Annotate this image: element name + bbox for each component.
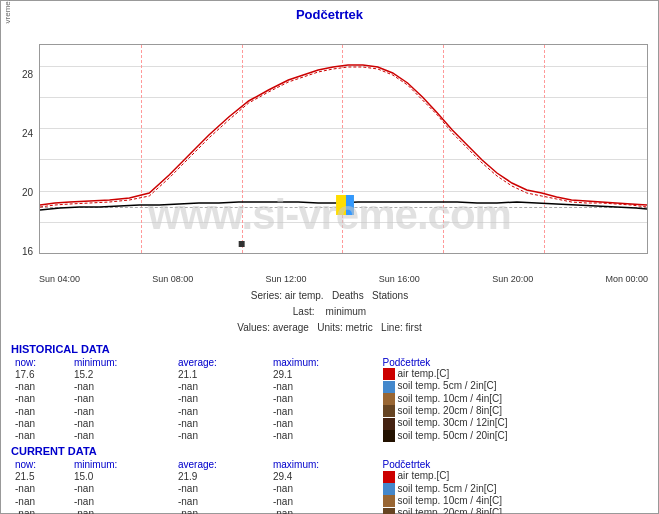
legend-line3: Values: average Units: metric Line: firs… — [1, 320, 658, 336]
row-max: -nan — [269, 495, 379, 507]
y-label-24: 24 — [22, 128, 33, 139]
row-avg: -nan — [174, 483, 269, 495]
row-min: -nan — [70, 417, 174, 429]
row-min: -nan — [70, 380, 174, 392]
color-indicator — [383, 495, 395, 507]
chart-svg — [40, 45, 647, 253]
chart-area: 28 24 20 16 — [1, 24, 658, 284]
row-min: -nan — [70, 393, 174, 405]
table-row: -nan -nan -nan -nan soil temp. 20cm / 8i… — [11, 507, 648, 514]
x-label-sun20: Sun 20:00 — [492, 274, 533, 284]
curr-col-now: now: — [11, 459, 70, 470]
table-row: -nan -nan -nan -nan soil temp. 5cm / 2in… — [11, 380, 648, 392]
row-min: -nan — [70, 495, 174, 507]
row-now: -nan — [11, 393, 70, 405]
row-max: -nan — [269, 380, 379, 392]
table-row: -nan -nan -nan -nan soil temp. 10cm / 4i… — [11, 495, 648, 507]
data-section: HISTORICAL DATA now: minimum: average: m… — [1, 338, 658, 514]
color-indicator — [383, 368, 395, 380]
table-row: 21.5 15.0 21.9 29.4 air temp.[C] — [11, 470, 648, 482]
row-min: -nan — [70, 430, 174, 442]
x-axis: Sun 04:00 Sun 08:00 Sun 12:00 Sun 16:00 … — [39, 274, 648, 284]
hist-col-max: maximum: — [269, 357, 379, 368]
y-label-20: 20 — [22, 187, 33, 198]
color-indicator — [383, 405, 395, 417]
row-desc: soil temp. 50cm / 20in[C] — [379, 430, 648, 442]
hist-col-now: now: — [11, 357, 70, 368]
row-desc: soil temp. 5cm / 2in[C] — [379, 483, 648, 495]
current-header: CURRENT DATA — [11, 445, 648, 457]
x-label-sun16: Sun 16:00 — [379, 274, 420, 284]
row-avg: -nan — [174, 393, 269, 405]
row-now: 17.6 — [11, 368, 70, 380]
color-indicator — [383, 471, 395, 483]
historical-header: HISTORICAL DATA — [11, 343, 648, 355]
chart-inner — [39, 44, 648, 254]
curr-col-location: Podčetrtek — [379, 459, 648, 470]
row-max: 29.4 — [269, 470, 379, 482]
row-min: 15.2 — [70, 368, 174, 380]
row-max: 29.1 — [269, 368, 379, 380]
marker-rect-blue — [346, 195, 354, 215]
row-now: -nan — [11, 495, 70, 507]
row-desc: soil temp. 10cm / 4in[C] — [379, 393, 648, 405]
hist-col-avg: average: — [174, 357, 269, 368]
row-min: -nan — [70, 483, 174, 495]
chart-title: Podčetrtek — [1, 1, 658, 24]
x-label-sun04: Sun 04:00 — [39, 274, 80, 284]
x-label-mon00: Mon 00:00 — [605, 274, 648, 284]
time-marker — [239, 241, 245, 247]
row-avg: 21.1 — [174, 368, 269, 380]
row-max: -nan — [269, 393, 379, 405]
historical-table: now: minimum: average: maximum: Podčetrt… — [11, 357, 648, 442]
table-row: -nan -nan -nan -nan soil temp. 30cm / 12… — [11, 417, 648, 429]
y-axis: 28 24 20 16 — [1, 66, 37, 276]
curr-col-min: minimum: — [70, 459, 174, 470]
color-indicator — [383, 483, 395, 495]
legend-line2: Last: minimum — [1, 304, 658, 320]
table-row: -nan -nan -nan -nan soil temp. 50cm / 20… — [11, 430, 648, 442]
row-avg: -nan — [174, 417, 269, 429]
row-avg: -nan — [174, 380, 269, 392]
y-label-16: 16 — [22, 245, 33, 256]
row-desc: air temp.[C] — [379, 368, 648, 380]
row-max: -nan — [269, 417, 379, 429]
table-row: -nan -nan -nan -nan soil temp. 20cm / 8i… — [11, 405, 648, 417]
row-now: -nan — [11, 417, 70, 429]
legend-line1: Series: air temp. Deaths Stations — [1, 288, 658, 304]
row-desc: soil temp. 20cm / 8in[C] — [379, 405, 648, 417]
color-indicator — [383, 508, 395, 514]
row-max: -nan — [269, 507, 379, 514]
curr-col-avg: average: — [174, 459, 269, 470]
row-desc: air temp.[C] — [379, 470, 648, 482]
table-row: 17.6 15.2 21.1 29.1 air temp.[C] — [11, 368, 648, 380]
row-avg: -nan — [174, 430, 269, 442]
row-min: -nan — [70, 405, 174, 417]
row-avg: -nan — [174, 495, 269, 507]
row-avg: -nan — [174, 507, 269, 514]
row-desc: soil temp. 5cm / 2in[C] — [379, 380, 648, 392]
color-indicator — [383, 381, 395, 393]
row-min: -nan — [70, 507, 174, 514]
row-max: -nan — [269, 430, 379, 442]
row-now: 21.5 — [11, 470, 70, 482]
row-now: -nan — [11, 430, 70, 442]
row-now: -nan — [11, 507, 70, 514]
row-desc: soil temp. 20cm / 8in[C] — [379, 507, 648, 514]
row-min: 15.0 — [70, 470, 174, 482]
color-indicator — [383, 393, 395, 405]
row-now: -nan — [11, 380, 70, 392]
row-max: -nan — [269, 483, 379, 495]
hist-col-min: minimum: — [70, 357, 174, 368]
color-indicator — [383, 430, 395, 442]
current-table: now: minimum: average: maximum: Podčetrt… — [11, 459, 648, 514]
y-label-28: 28 — [22, 69, 33, 80]
row-desc: soil temp. 30cm / 12in[C] — [379, 417, 648, 429]
row-max: -nan — [269, 405, 379, 417]
color-indicator — [383, 418, 395, 430]
row-avg: -nan — [174, 405, 269, 417]
x-label-sun12: Sun 12:00 — [266, 274, 307, 284]
table-row: -nan -nan -nan -nan soil temp. 5cm / 2in… — [11, 483, 648, 495]
x-label-sun08: Sun 08:00 — [152, 274, 193, 284]
hist-col-location: Podčetrtek — [379, 357, 648, 368]
